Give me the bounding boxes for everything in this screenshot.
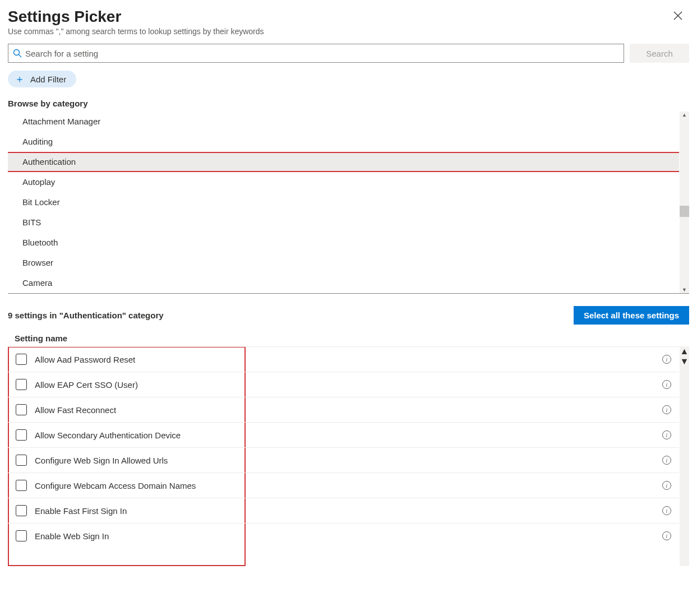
setting-checkbox[interactable] — [16, 429, 27, 441]
setting-row[interactable]: Allow EAP Cert SSO (User) — [8, 372, 246, 397]
info-icon[interactable]: i — [662, 456, 671, 465]
setting-row[interactable]: Configure Webcam Access Domain Names — [8, 473, 246, 498]
setting-label: Allow Fast Reconnect — [35, 405, 238, 415]
setting-label: Enable Fast First Sign In — [35, 506, 238, 516]
setting-checkbox[interactable] — [16, 480, 27, 491]
category-item[interactable]: Camera — [8, 273, 679, 293]
scroll-up-icon[interactable]: ▲ — [680, 346, 689, 356]
search-button[interactable]: Search — [630, 44, 689, 63]
page-subtitle: Use commas "," among search terms to loo… — [8, 27, 689, 36]
category-item[interactable]: BITS — [8, 212, 679, 233]
setting-row[interactable]: Allow Secondary Authentication Device — [8, 422, 246, 447]
search-field-wrap[interactable] — [8, 44, 624, 63]
setting-checkbox[interactable] — [16, 530, 27, 541]
setting-checkbox[interactable] — [16, 379, 27, 390]
settings-highlight-box: Allow Aad Password ResetAllow EAP Cert S… — [8, 346, 246, 566]
scroll-up-icon[interactable]: ▲ — [682, 112, 687, 118]
scroll-down-icon[interactable]: ▼ — [682, 286, 687, 293]
browse-heading: Browse by category — [8, 99, 689, 108]
category-item[interactable]: Auditing — [8, 132, 679, 152]
page-title: Settings Picker — [8, 8, 121, 26]
category-list: Attachment ManagerAuditingAuthentication… — [8, 112, 679, 293]
select-all-button[interactable]: Select all these settings — [574, 306, 689, 325]
info-icon[interactable]: i — [662, 506, 671, 515]
setting-row[interactable]: Allow Aad Password Reset — [8, 346, 246, 372]
add-filter-label: Add Filter — [30, 75, 66, 84]
info-icon[interactable]: i — [662, 430, 671, 439]
setting-checkbox[interactable] — [16, 354, 27, 365]
info-icon[interactable]: i — [662, 405, 671, 414]
add-filter-button[interactable]: ＋ Add Filter — [8, 71, 76, 87]
svg-line-1 — [19, 55, 22, 58]
info-icon[interactable]: i — [662, 481, 671, 490]
info-icon[interactable]: i — [662, 531, 671, 540]
settings-list: Allow Aad Password ResetAllow EAP Cert S… — [8, 346, 246, 548]
scroll-thumb[interactable] — [680, 206, 689, 217]
category-item[interactable]: Bluetooth — [8, 233, 679, 253]
setting-label: Configure Webcam Access Domain Names — [35, 481, 238, 490]
category-item[interactable]: Bit Locker — [8, 192, 679, 212]
scroll-down-icon[interactable]: ▼ — [680, 356, 689, 367]
search-input[interactable] — [22, 49, 619, 58]
setting-row[interactable]: Enable Fast First Sign In — [8, 498, 246, 523]
setting-label: Allow Secondary Authentication Device — [35, 430, 238, 440]
setting-row[interactable]: Allow Fast Reconnect — [8, 397, 246, 422]
category-item[interactable]: Browser — [8, 253, 679, 273]
setting-label: Configure Web Sign In Allowed Urls — [35, 456, 238, 465]
setting-row[interactable]: Configure Web Sign In Allowed Urls — [8, 447, 246, 473]
category-scrollbar[interactable]: ▲ ▼ — [680, 112, 689, 293]
close-button[interactable] — [670, 9, 686, 25]
info-icon[interactable]: i — [662, 380, 671, 389]
category-pane: Attachment ManagerAuditingAuthentication… — [8, 112, 689, 294]
info-icon[interactable]: i — [662, 355, 671, 364]
close-icon — [673, 11, 682, 20]
setting-label: Enable Web Sign In — [35, 531, 238, 541]
setting-checkbox[interactable] — [16, 505, 27, 516]
setting-row[interactable]: Enable Web Sign In — [8, 523, 246, 548]
column-header-setting-name: Setting name — [8, 330, 689, 346]
results-summary: 9 settings in "Authentication" category — [8, 311, 164, 320]
category-item[interactable]: Attachment Manager — [8, 112, 679, 132]
setting-checkbox[interactable] — [16, 455, 27, 466]
search-icon — [13, 49, 22, 58]
setting-label: Allow EAP Cert SSO (User) — [35, 380, 238, 390]
svg-point-0 — [14, 50, 20, 55]
plus-icon: ＋ — [15, 74, 25, 84]
setting-checkbox[interactable] — [16, 404, 27, 415]
category-item[interactable]: Authentication — [8, 152, 679, 172]
setting-label: Allow Aad Password Reset — [35, 355, 238, 364]
settings-scrollbar[interactable]: ▲ ▼ — [680, 346, 689, 566]
category-item[interactable]: Autoplay — [8, 172, 679, 192]
